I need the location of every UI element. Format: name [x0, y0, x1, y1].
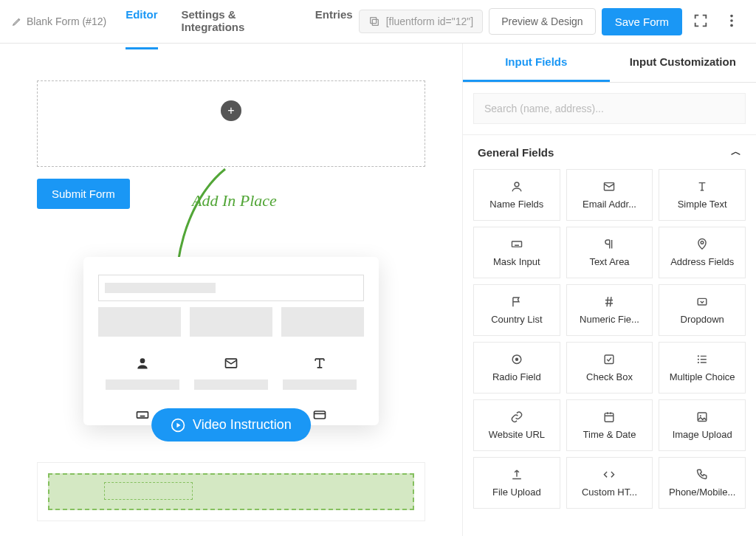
shortcode-box[interactable]: [fluentform id="12"]: [359, 10, 484, 33]
field-multiple-choice[interactable]: Multiple Choice: [659, 342, 746, 394]
svg-point-19: [730, 19, 733, 22]
save-form-button[interactable]: Save Form: [602, 8, 682, 35]
hash-icon: [602, 295, 616, 308]
svg-point-20: [730, 24, 733, 27]
preview-input: [98, 275, 364, 301]
field-phone-mobile-[interactable]: Phone/Mobile...: [659, 457, 746, 509]
preview-card: Video Instruction: [83, 257, 379, 425]
header-tabs: Editor Settings & Integrations Entries: [126, 0, 352, 49]
field-radio-field[interactable]: Radio Field: [473, 342, 560, 394]
play-icon: [171, 418, 185, 433]
tab-settings[interactable]: Settings & Integrations: [182, 0, 292, 49]
mail-icon: [602, 180, 616, 193]
user-icon: [510, 180, 523, 193]
flag-icon: [510, 295, 523, 308]
field-country-list[interactable]: Country List: [473, 284, 560, 336]
sidetab-input-fields[interactable]: Input Fields: [463, 44, 610, 82]
topbar: Blank Form (#12) Editor Settings & Integ…: [0, 0, 756, 44]
submit-button[interactable]: Submit Form: [37, 179, 130, 209]
tab-editor[interactable]: Editor: [126, 0, 157, 49]
field-check-box[interactable]: Check Box: [566, 342, 653, 394]
text-icon: [312, 356, 327, 371]
chevron-up-icon: ︿: [731, 145, 741, 159]
img-icon: [695, 410, 709, 423]
video-instruction-button[interactable]: Video Instruction: [151, 408, 311, 441]
keyboard-icon: [135, 408, 150, 422]
mail-icon: [224, 356, 238, 371]
check-icon: [602, 353, 616, 365]
expand-icon: [693, 13, 709, 29]
sidetab-input-customization[interactable]: Input Customization: [610, 44, 757, 82]
form-canvas: + Submit Form Add In Place Vid: [0, 44, 462, 536]
field-mask-input[interactable]: Mask Input: [473, 227, 560, 278]
tab-entries[interactable]: Entries: [315, 0, 353, 49]
field-time-date[interactable]: Time & Date: [566, 399, 653, 451]
svg-point-18: [730, 14, 733, 17]
search-input[interactable]: [473, 93, 746, 124]
field-numeric-fie-[interactable]: Numeric Fie...: [566, 284, 653, 336]
sidebar: Input Fields Input Customization General…: [462, 44, 756, 536]
fullscreen-button[interactable]: [688, 8, 713, 35]
link-icon: [510, 410, 523, 423]
field-simple-text[interactable]: Simple Text: [659, 169, 746, 221]
field-address-fields[interactable]: Address Fields: [659, 227, 746, 278]
field-custom-ht-[interactable]: Custom HT...: [566, 457, 653, 509]
field-name-fields[interactable]: Name Fields: [473, 169, 560, 221]
user-icon: [135, 356, 150, 371]
phone-icon: [695, 468, 709, 481]
form-title[interactable]: Blank Form (#12): [12, 16, 106, 27]
keyboard-icon: [510, 238, 523, 250]
para-icon: [602, 238, 616, 250]
svg-rect-16: [372, 19, 378, 25]
radio-icon: [510, 353, 523, 365]
pencil-icon: [12, 16, 22, 27]
more-menu-button[interactable]: [719, 8, 744, 35]
field-dropdown[interactable]: Dropdown: [659, 284, 746, 336]
card-icon: [312, 408, 327, 422]
list-icon: [695, 353, 709, 365]
copy-icon: [368, 16, 380, 27]
field-file-upload[interactable]: File Upload: [473, 457, 560, 509]
upload-icon: [510, 468, 523, 481]
dots-icon: [724, 13, 740, 29]
field-text-area[interactable]: Text Area: [566, 227, 653, 278]
cal-icon: [602, 410, 616, 423]
svg-rect-17: [370, 18, 376, 24]
section-general-fields[interactable]: General Fields ︿: [463, 134, 756, 169]
pin-icon: [695, 238, 709, 250]
code-icon: [602, 468, 616, 481]
field-grid: Name FieldsEmail Addr...Simple TextMask …: [463, 169, 756, 519]
text-icon: [695, 180, 709, 193]
field-email-addr-[interactable]: Email Addr...: [566, 169, 653, 221]
drag-target[interactable]: [37, 462, 425, 521]
caret-icon: [695, 295, 709, 308]
preview-design-button[interactable]: Preview & Design: [489, 8, 596, 35]
field-website-url[interactable]: Website URL: [473, 399, 560, 451]
field-image-upload[interactable]: Image Upload: [659, 399, 746, 451]
